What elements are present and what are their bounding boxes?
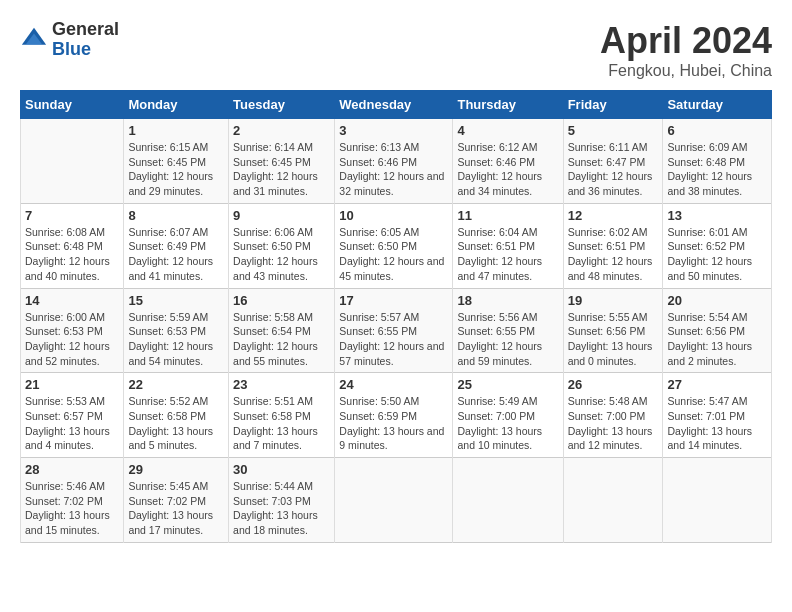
logo-text: General Blue	[52, 20, 119, 60]
calendar-day-cell: 11Sunrise: 6:04 AMSunset: 6:51 PMDayligh…	[453, 203, 563, 288]
day-number: 3	[339, 123, 448, 138]
calendar-day-cell	[663, 458, 772, 543]
day-number: 11	[457, 208, 558, 223]
day-number: 28	[25, 462, 119, 477]
day-info: Sunrise: 6:12 AMSunset: 6:46 PMDaylight:…	[457, 140, 558, 199]
day-number: 2	[233, 123, 330, 138]
calendar-day-cell: 18Sunrise: 5:56 AMSunset: 6:55 PMDayligh…	[453, 288, 563, 373]
calendar-day-cell: 26Sunrise: 5:48 AMSunset: 7:00 PMDayligh…	[563, 373, 663, 458]
day-info: Sunrise: 6:15 AMSunset: 6:45 PMDaylight:…	[128, 140, 224, 199]
calendar-day-cell: 12Sunrise: 6:02 AMSunset: 6:51 PMDayligh…	[563, 203, 663, 288]
day-info: Sunrise: 6:02 AMSunset: 6:51 PMDaylight:…	[568, 225, 659, 284]
day-info: Sunrise: 5:53 AMSunset: 6:57 PMDaylight:…	[25, 394, 119, 453]
day-number: 27	[667, 377, 767, 392]
title-block: April 2024 Fengkou, Hubei, China	[600, 20, 772, 80]
calendar-day-cell: 23Sunrise: 5:51 AMSunset: 6:58 PMDayligh…	[229, 373, 335, 458]
calendar-day-cell: 24Sunrise: 5:50 AMSunset: 6:59 PMDayligh…	[335, 373, 453, 458]
calendar-day-cell: 1Sunrise: 6:15 AMSunset: 6:45 PMDaylight…	[124, 119, 229, 204]
calendar-day-cell: 10Sunrise: 6:05 AMSunset: 6:50 PMDayligh…	[335, 203, 453, 288]
calendar-day-cell	[563, 458, 663, 543]
calendar-week-row: 1Sunrise: 6:15 AMSunset: 6:45 PMDaylight…	[21, 119, 772, 204]
logo-blue-text: Blue	[52, 40, 119, 60]
calendar-day-cell: 5Sunrise: 6:11 AMSunset: 6:47 PMDaylight…	[563, 119, 663, 204]
day-info: Sunrise: 5:57 AMSunset: 6:55 PMDaylight:…	[339, 310, 448, 369]
day-info: Sunrise: 6:05 AMSunset: 6:50 PMDaylight:…	[339, 225, 448, 284]
day-info: Sunrise: 5:52 AMSunset: 6:58 PMDaylight:…	[128, 394, 224, 453]
calendar-day-cell: 9Sunrise: 6:06 AMSunset: 6:50 PMDaylight…	[229, 203, 335, 288]
day-info: Sunrise: 5:46 AMSunset: 7:02 PMDaylight:…	[25, 479, 119, 538]
calendar-day-cell: 19Sunrise: 5:55 AMSunset: 6:56 PMDayligh…	[563, 288, 663, 373]
day-info: Sunrise: 6:04 AMSunset: 6:51 PMDaylight:…	[457, 225, 558, 284]
day-of-week-header: Sunday	[21, 91, 124, 119]
day-number: 9	[233, 208, 330, 223]
day-info: Sunrise: 6:01 AMSunset: 6:52 PMDaylight:…	[667, 225, 767, 284]
page-title: April 2024	[600, 20, 772, 62]
calendar-day-cell	[21, 119, 124, 204]
calendar-day-cell: 16Sunrise: 5:58 AMSunset: 6:54 PMDayligh…	[229, 288, 335, 373]
day-number: 16	[233, 293, 330, 308]
day-number: 19	[568, 293, 659, 308]
calendar-day-cell: 28Sunrise: 5:46 AMSunset: 7:02 PMDayligh…	[21, 458, 124, 543]
day-number: 13	[667, 208, 767, 223]
day-of-week-header: Friday	[563, 91, 663, 119]
calendar-day-cell: 7Sunrise: 6:08 AMSunset: 6:48 PMDaylight…	[21, 203, 124, 288]
calendar-day-cell: 22Sunrise: 5:52 AMSunset: 6:58 PMDayligh…	[124, 373, 229, 458]
day-info: Sunrise: 5:58 AMSunset: 6:54 PMDaylight:…	[233, 310, 330, 369]
day-info: Sunrise: 6:13 AMSunset: 6:46 PMDaylight:…	[339, 140, 448, 199]
day-number: 15	[128, 293, 224, 308]
calendar-week-row: 28Sunrise: 5:46 AMSunset: 7:02 PMDayligh…	[21, 458, 772, 543]
page-header: General Blue April 2024 Fengkou, Hubei, …	[20, 20, 772, 80]
calendar-day-cell: 29Sunrise: 5:45 AMSunset: 7:02 PMDayligh…	[124, 458, 229, 543]
logo-general-text: General	[52, 20, 119, 40]
day-info: Sunrise: 6:08 AMSunset: 6:48 PMDaylight:…	[25, 225, 119, 284]
day-number: 6	[667, 123, 767, 138]
day-info: Sunrise: 5:47 AMSunset: 7:01 PMDaylight:…	[667, 394, 767, 453]
day-info: Sunrise: 6:00 AMSunset: 6:53 PMDaylight:…	[25, 310, 119, 369]
day-number: 5	[568, 123, 659, 138]
day-number: 20	[667, 293, 767, 308]
calendar-day-cell: 27Sunrise: 5:47 AMSunset: 7:01 PMDayligh…	[663, 373, 772, 458]
day-of-week-header: Saturday	[663, 91, 772, 119]
day-number: 18	[457, 293, 558, 308]
day-info: Sunrise: 5:49 AMSunset: 7:00 PMDaylight:…	[457, 394, 558, 453]
day-info: Sunrise: 5:55 AMSunset: 6:56 PMDaylight:…	[568, 310, 659, 369]
calendar-day-cell	[453, 458, 563, 543]
calendar-day-cell: 20Sunrise: 5:54 AMSunset: 6:56 PMDayligh…	[663, 288, 772, 373]
day-number: 23	[233, 377, 330, 392]
day-number: 30	[233, 462, 330, 477]
day-info: Sunrise: 5:54 AMSunset: 6:56 PMDaylight:…	[667, 310, 767, 369]
logo-icon	[20, 26, 48, 54]
calendar-day-cell: 21Sunrise: 5:53 AMSunset: 6:57 PMDayligh…	[21, 373, 124, 458]
day-of-week-header: Thursday	[453, 91, 563, 119]
calendar-day-cell: 15Sunrise: 5:59 AMSunset: 6:53 PMDayligh…	[124, 288, 229, 373]
calendar-day-cell	[335, 458, 453, 543]
day-info: Sunrise: 6:06 AMSunset: 6:50 PMDaylight:…	[233, 225, 330, 284]
calendar-day-cell: 8Sunrise: 6:07 AMSunset: 6:49 PMDaylight…	[124, 203, 229, 288]
day-number: 17	[339, 293, 448, 308]
day-info: Sunrise: 6:11 AMSunset: 6:47 PMDaylight:…	[568, 140, 659, 199]
day-number: 29	[128, 462, 224, 477]
day-number: 26	[568, 377, 659, 392]
calendar-table: SundayMondayTuesdayWednesdayThursdayFrid…	[20, 90, 772, 543]
day-number: 1	[128, 123, 224, 138]
day-info: Sunrise: 5:50 AMSunset: 6:59 PMDaylight:…	[339, 394, 448, 453]
day-info: Sunrise: 5:59 AMSunset: 6:53 PMDaylight:…	[128, 310, 224, 369]
day-info: Sunrise: 5:45 AMSunset: 7:02 PMDaylight:…	[128, 479, 224, 538]
calendar-day-cell: 2Sunrise: 6:14 AMSunset: 6:45 PMDaylight…	[229, 119, 335, 204]
day-number: 10	[339, 208, 448, 223]
calendar-week-row: 14Sunrise: 6:00 AMSunset: 6:53 PMDayligh…	[21, 288, 772, 373]
day-number: 7	[25, 208, 119, 223]
day-number: 14	[25, 293, 119, 308]
day-info: Sunrise: 6:14 AMSunset: 6:45 PMDaylight:…	[233, 140, 330, 199]
page-subtitle: Fengkou, Hubei, China	[600, 62, 772, 80]
calendar-day-cell: 25Sunrise: 5:49 AMSunset: 7:00 PMDayligh…	[453, 373, 563, 458]
calendar-day-cell: 4Sunrise: 6:12 AMSunset: 6:46 PMDaylight…	[453, 119, 563, 204]
day-info: Sunrise: 5:56 AMSunset: 6:55 PMDaylight:…	[457, 310, 558, 369]
day-number: 21	[25, 377, 119, 392]
calendar-week-row: 7Sunrise: 6:08 AMSunset: 6:48 PMDaylight…	[21, 203, 772, 288]
calendar-day-cell: 6Sunrise: 6:09 AMSunset: 6:48 PMDaylight…	[663, 119, 772, 204]
calendar-week-row: 21Sunrise: 5:53 AMSunset: 6:57 PMDayligh…	[21, 373, 772, 458]
day-number: 22	[128, 377, 224, 392]
day-number: 4	[457, 123, 558, 138]
calendar-day-cell: 30Sunrise: 5:44 AMSunset: 7:03 PMDayligh…	[229, 458, 335, 543]
